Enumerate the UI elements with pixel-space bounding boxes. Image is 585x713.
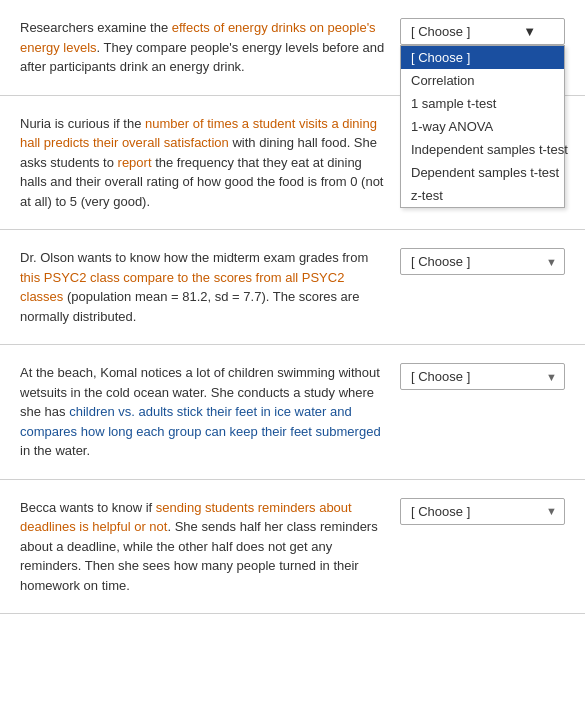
dropdown-wrapper-1: [ Choose ] ▼ [ Choose ] Correlation 1 sa…: [400, 18, 565, 45]
dropdown-option-ztest[interactable]: z-test: [401, 184, 564, 207]
dropdown-option-choose[interactable]: [ Choose ]: [401, 46, 564, 69]
text-segment: Dr. Olson wants to know how the midterm …: [20, 250, 368, 265]
question-text-1: Researchers examine the effects of energ…: [20, 18, 400, 77]
dropdown-option-correlation[interactable]: Correlation: [401, 69, 564, 92]
text-segment: in the water.: [20, 443, 90, 458]
dropdown-option-dependent[interactable]: Dependent samples t-test: [401, 161, 564, 184]
chevron-down-icon: ▼: [523, 24, 536, 39]
dropdown-option-anova[interactable]: 1-way ANOVA: [401, 115, 564, 138]
dropdown-wrapper-5: [ Choose ] Correlation 1 sample t-test 1…: [400, 498, 565, 525]
question-row-3: Dr. Olson wants to know how the midterm …: [0, 230, 585, 345]
question-text-5: Becca wants to know if sending students …: [20, 498, 400, 596]
text-segment: Researchers examine the: [20, 20, 172, 35]
question-row-4: At the beach, Komal notices a lot of chi…: [0, 345, 585, 480]
dropdown-select-5[interactable]: [ Choose ] Correlation 1 sample t-test 1…: [400, 498, 565, 525]
dropdown-option-independent[interactable]: Independent samples t-test: [401, 138, 564, 161]
dropdown-trigger-1[interactable]: [ Choose ] ▼: [400, 18, 565, 45]
question-row-5: Becca wants to know if sending students …: [0, 480, 585, 615]
question-row-1: Researchers examine the effects of energ…: [0, 0, 585, 96]
text-highlight: report: [118, 155, 152, 170]
dropdown-wrapper-4: [ Choose ] Correlation 1 sample t-test 1…: [400, 363, 565, 390]
question-text-4: At the beach, Komal notices a lot of chi…: [20, 363, 400, 461]
text-highlight: children vs. adults stick their feet in …: [20, 404, 381, 439]
dropdown-menu-1: [ Choose ] Correlation 1 sample t-test 1…: [400, 45, 565, 208]
question-text-3: Dr. Olson wants to know how the midterm …: [20, 248, 400, 326]
dropdown-current-value: [ Choose ]: [411, 24, 470, 39]
text-segment: Nuria is curious if the: [20, 116, 145, 131]
dropdown-select-3[interactable]: [ Choose ] Correlation 1 sample t-test 1…: [400, 248, 565, 275]
question-text-2: Nuria is curious if the number of times …: [20, 114, 400, 212]
quiz-container: Researchers examine the effects of energ…: [0, 0, 585, 614]
dropdown-option-1sample[interactable]: 1 sample t-test: [401, 92, 564, 115]
text-segment: (population mean = 81.2, sd = 7.7). The …: [20, 289, 359, 324]
dropdown-wrapper-3: [ Choose ] Correlation 1 sample t-test 1…: [400, 248, 565, 275]
text-segment: Becca wants to know if: [20, 500, 156, 515]
dropdown-select-4[interactable]: [ Choose ] Correlation 1 sample t-test 1…: [400, 363, 565, 390]
